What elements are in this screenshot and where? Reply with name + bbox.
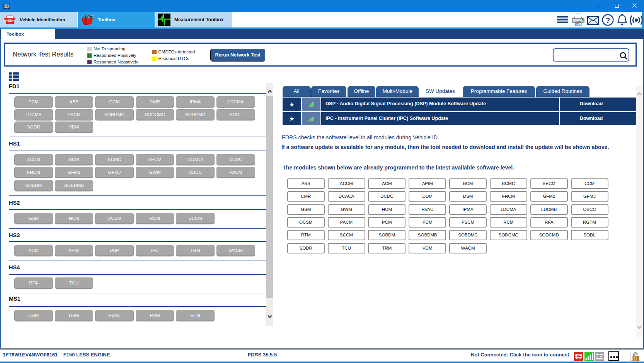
svg-text:FDRS: FDRS: [4, 5, 10, 7]
svg-text:?: ?: [606, 16, 610, 24]
